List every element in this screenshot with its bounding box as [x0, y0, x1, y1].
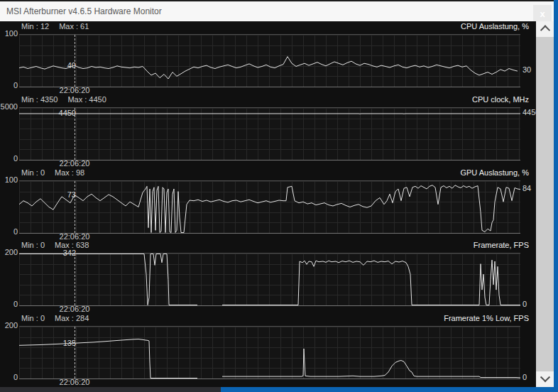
bottom-border-dark	[0, 387, 221, 392]
y-axis-max-label: 5000	[0, 102, 18, 111]
chart-panel-framerate-low: Min : 0Max : 284 Framerate 1% Low, FPS 2…	[0, 313, 536, 387]
chart-title: Framerate 1% Low, FPS	[444, 314, 529, 322]
plot-area[interactable]: 40	[19, 34, 520, 87]
chevron-up-icon	[540, 25, 549, 35]
time-cursor-line[interactable]	[75, 327, 75, 379]
scroll-up-button[interactable]	[536, 21, 554, 37]
chevron-down-icon	[540, 372, 549, 382]
current-value-label: 30	[523, 65, 531, 74]
graphs-area: Min : 12Max : 61 CPU Auslastung, % 100 0…	[0, 21, 536, 387]
chart-title: CPU clock, MHz	[472, 95, 529, 104]
y-axis-min-label: 0	[0, 373, 18, 381]
current-value-label: 84	[523, 184, 531, 192]
y-axis-max-label: 200	[0, 321, 18, 330]
minmax-label: Min : 0Max : 284	[21, 314, 89, 322]
time-label: 22:06:20	[51, 378, 98, 386]
time-cursor-line[interactable]	[75, 254, 75, 305]
y-axis-max-label: 200	[0, 248, 18, 256]
current-value-label: 0	[523, 373, 527, 381]
y-axis-min-label: 0	[0, 227, 18, 236]
y-axis-min-label: 0	[0, 154, 18, 163]
right-window-border	[554, 0, 558, 392]
window-title: MSI Afterburner v4.6.5 Hardware Monitor	[6, 6, 162, 16]
plot-area[interactable]: 342	[19, 253, 520, 306]
plot-area[interactable]: 135	[19, 326, 520, 379]
vertical-scrollbar[interactable]	[536, 21, 554, 387]
chart-panel-cpu-usage: Min : 12Max : 61 CPU Auslastung, % 100 0…	[0, 21, 536, 94]
minmax-label: Min : 4350Max : 4450	[21, 95, 106, 104]
hardware-monitor-window: MSI Afterburner v4.6.5 Hardware Monitor …	[0, 0, 558, 392]
cursor-value-label: 135	[55, 339, 76, 347]
cursor-value-label: 73	[55, 190, 76, 199]
minmax-label: Min : 12Max : 61	[21, 22, 89, 31]
plot-area[interactable]: 4450	[19, 107, 520, 160]
cursor-value-label: 40	[55, 61, 76, 70]
y-axis-max-label: 100	[0, 29, 18, 38]
minmax-label: Min : 0Max : 98	[21, 168, 84, 177]
cursor-value-label: 342	[55, 249, 76, 257]
cursor-value-label: 4450	[55, 109, 76, 117]
chart-title: Framerate, FPS	[474, 241, 529, 249]
time-label: 22:06:20	[51, 86, 98, 94]
time-label: 22:06:20	[51, 305, 98, 313]
scroll-down-button[interactable]	[536, 371, 554, 387]
y-axis-min-label: 0	[0, 81, 18, 89]
plot-area[interactable]: 73	[19, 180, 520, 234]
bottom-border-accent	[221, 387, 554, 392]
chart-title: CPU Auslastung, %	[461, 22, 529, 31]
close-button[interactable]: x	[533, 5, 552, 23]
y-axis-max-label: 100	[0, 175, 18, 184]
y-axis-min-label: 0	[0, 300, 18, 308]
chart-panel-framerate: Min : 0Max : 638 Framerate, FPS 200 0 34…	[0, 240, 536, 313]
title-bar[interactable]: MSI Afterburner v4.6.5 Hardware Monitor …	[0, 0, 554, 21]
current-value-label: 0	[523, 300, 527, 308]
time-cursor-line[interactable]	[75, 181, 75, 233]
chart-panel-gpu-usage: Min : 0Max : 98 GPU Auslastung, % 100 0 …	[0, 168, 536, 240]
time-label: 22:06:20	[51, 159, 98, 168]
close-icon: x	[540, 9, 545, 19]
chart-title: GPU Auslastung, %	[460, 168, 529, 177]
chart-panel-cpu-clock: Min : 4350Max : 4450 CPU clock, MHz 5000…	[0, 94, 536, 168]
